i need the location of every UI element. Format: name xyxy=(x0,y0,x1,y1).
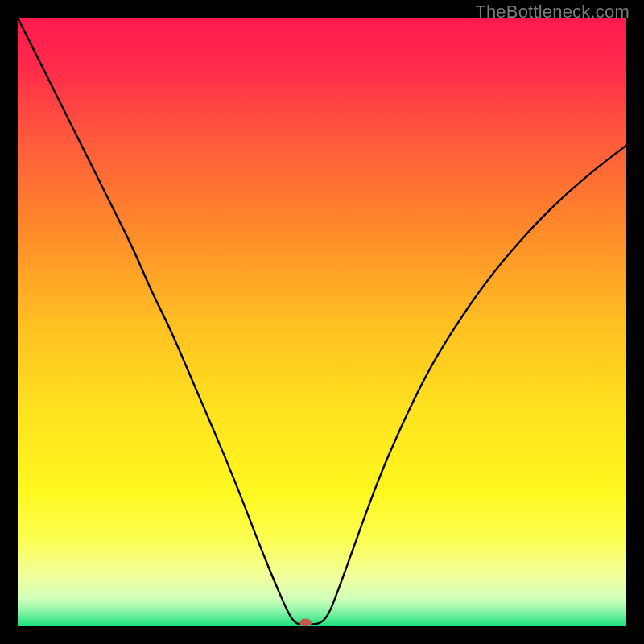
bottleneck-chart xyxy=(18,18,626,626)
chart-background xyxy=(18,18,626,626)
watermark-text: TheBottleneck.com xyxy=(475,2,630,23)
bottleneck-min-marker xyxy=(299,618,312,626)
chart-frame xyxy=(18,18,626,626)
